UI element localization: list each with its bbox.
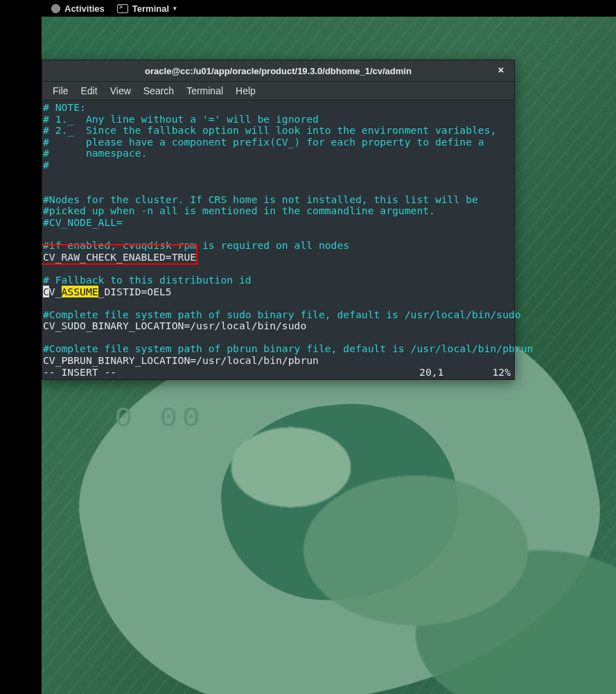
- close-button[interactable]: ×: [495, 64, 507, 76]
- editor-line: CV_PBRUN_BINARY_LOCATION=/usr/local/bin/…: [43, 354, 319, 366]
- menu-view[interactable]: View: [104, 85, 137, 96]
- editor-line: #if enabled, cvuqdisk rpm is required on…: [43, 239, 349, 251]
- vim-scroll-pct: 12%: [492, 367, 511, 379]
- vim-status-line: -- INSERT --20,112%: [43, 367, 513, 379]
- window-titlebar[interactable]: oracle@cc:/u01/app/oracle/product/19.3.0…: [42, 60, 514, 82]
- gnome-top-bar: Activities Terminal ▾: [0, 0, 616, 17]
- terminal-icon: [117, 4, 128, 13]
- editor-line-frag: V_: [49, 286, 62, 297]
- editor-line: CV_SUDO_BINARY_LOCATION=/usr/local/bin/s…: [43, 320, 306, 331]
- editor-line: # 2._ Since the fallback option will loo…: [43, 124, 496, 136]
- menu-help[interactable]: Help: [229, 85, 262, 96]
- terminal-window: oracle@cc:/u01/app/oracle/product/19.3.0…: [42, 60, 515, 380]
- app-menu-terminal[interactable]: Terminal ▾: [117, 3, 177, 14]
- menu-edit[interactable]: Edit: [75, 85, 104, 96]
- menu-terminal[interactable]: Terminal: [180, 85, 229, 96]
- editor-line: # Fallback to this distribution id: [43, 274, 252, 286]
- activities-icon: [51, 4, 60, 13]
- activities-label: Activities: [64, 3, 105, 14]
- activities-button[interactable]: Activities: [51, 3, 105, 14]
- desktop-wallpaper: 0 00 oracle@cc:/u01/app/oracle/product/1…: [42, 17, 616, 694]
- chevron-down-icon: ▾: [173, 5, 177, 12]
- vim-cursor-pos: 20,1: [419, 367, 443, 379]
- terminal-content[interactable]: # NOTE: # 1._ Any line without a '=' wil…: [42, 101, 514, 379]
- editor-line: #: [43, 159, 49, 171]
- menu-bar: File Edit View Search Terminal Help: [42, 82, 514, 101]
- vim-mode: -- INSERT --: [43, 367, 116, 379]
- editor-line: # NOTE:: [43, 101, 86, 113]
- app-menu-label: Terminal: [132, 3, 169, 14]
- menu-search[interactable]: Search: [137, 85, 180, 96]
- editor-line: #CV_NODE_ALL=: [43, 216, 123, 228]
- editor-line: CV_RAW_CHECK_ENABLED=TRUE: [43, 251, 196, 263]
- editor-line: # 1._ Any line without a '=' will be ign…: [43, 113, 319, 125]
- menu-file[interactable]: File: [46, 85, 75, 96]
- window-title: oracle@cc:/u01/app/oracle/product/19.3.0…: [145, 66, 412, 76]
- editor-line: #picked up when -n all is mentioned in t…: [43, 205, 435, 216]
- search-highlight: ASSUME: [62, 286, 98, 297]
- editor-line: #Complete file system path of sudo binar…: [43, 309, 521, 320]
- editor-line: # please have a component prefix(CV_) fo…: [43, 136, 484, 148]
- wallpaper-text: 0 00: [114, 403, 204, 431]
- editor-line: #Complete file system path of pbrun bina…: [43, 342, 533, 354]
- editor-line-frag: _DISTID=OEL5: [98, 286, 172, 297]
- editor-cursor: C: [43, 286, 49, 297]
- editor-line: # namespace.: [43, 147, 147, 159]
- editor-line: #Nodes for the cluster. If CRS home is n…: [43, 193, 478, 205]
